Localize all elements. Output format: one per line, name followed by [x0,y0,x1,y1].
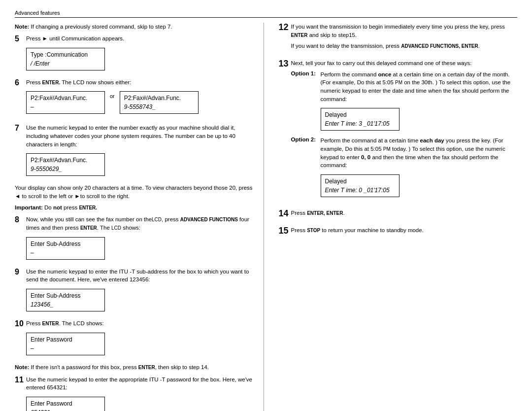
left-column: Note: If changing a previously stored co… [15,23,264,411]
right-column: 12 If you want the transmission to begin… [274,23,518,411]
lcd-opt2-line1: Delayed [325,177,395,186]
step15-num: 15 [279,226,289,238]
step10-num: 10 [15,319,24,357]
lcd4-line1: Enter Sub-Address [31,240,100,248]
step5-num: 5 [15,34,24,72]
lcd3-line1: P2:Fax#/Advan.Func. [31,156,100,165]
step6-text: Press ENTER. The LCD now shows either: [26,78,254,87]
lcd2a: P2:Fax#/Advan.Func. – [26,91,105,114]
step11-num: 11 [15,376,24,411]
option2-label: Option 2: [291,137,318,199]
lcd5-line1: Enter Sub-Address [31,291,100,300]
step9-text: Use the numeric keypad to enter the ITU … [26,268,254,284]
option1-label: Option 1: [291,70,318,133]
step13-text: Next, tell your fax to carry out this de… [291,59,517,68]
step14-num: 14 [279,209,289,220]
option2-row: Option 2: Perform the command at a certa… [291,137,517,199]
step6-num: 6 [15,78,24,118]
note1-label: Note: [15,24,29,30]
lcd7-line1: Enter Password [31,399,100,408]
option1-text: Perform the command once at a certain ti… [321,70,517,103]
lcd4: Enter Sub-Address – [26,237,105,260]
lcd7: Enter Password 654321_ [26,397,105,411]
lcd6-line2: – [31,344,100,353]
lcd1-line2: / /Enter [31,59,100,68]
lcd4-line2: – [31,248,100,257]
lcd2b-line2: 9-5558743_ [124,103,194,111]
note2: Note: If there isn't a password for this… [15,363,254,372]
lcd-type-communication: Type :Communication / /Enter [26,48,105,70]
step8-text: Now, while you still can see the fax num… [26,215,254,232]
lcd-opt1-line1: Delayed [325,110,395,119]
step12-text2: If you want to delay the transmission, p… [291,42,517,50]
lcd2-row: P2:Fax#/Advan.Func. – or P2:Fax#/Advan.F… [26,89,254,116]
step8-num: 8 [15,215,24,261]
lcd7-line2: 654321_ [31,408,100,411]
note1-text: If changing a previously stored command,… [29,24,172,30]
lcd6-line1: Enter Password [31,335,100,344]
lcd-opt2-line2: Enter T ime: 0 _01'17:05 [325,186,395,195]
lcd1-line1: Type :Communication [31,50,100,59]
lcd5: Enter Sub-Address 123456_ [26,289,105,311]
lcd2a-line2: – [31,103,100,111]
lcd2b: P2:Fax#/Advan.Func. 9-5558743_ [120,91,199,114]
step10-text: Press ENTER. The LCD shows: [26,319,254,328]
note1: Note: If changing a previously stored co… [15,23,254,31]
lcd-opt1-line2: Enter T ime: 3 _01'17:05 [325,119,395,128]
important-line: Important: Do not press ENTER. [15,204,254,212]
step5-text: Press ► until Communication appears. [26,34,254,43]
lcd2a-line1: P2:Fax#/Advan.Func. [31,94,100,103]
step13-num: 13 [279,59,289,203]
step11: 11 Use the numeric keypad to enter the a… [15,376,254,411]
option2-text: Perform the command at a certain time ea… [321,137,517,170]
step12: 12 If you want the transmission to begin… [279,23,518,53]
step12-num: 12 [279,23,289,53]
step12-text1: If you want the transmission to begin im… [291,23,517,39]
or-label: or [110,93,115,99]
header-text: Advanced features [15,10,60,16]
step14-text: Press ENTER, ENTER. [291,209,517,217]
step14: 14 Press ENTER, ENTER. [279,209,518,220]
step7: 7 Use the numeric keypad to enter the nu… [15,124,254,178]
option1-row: Option 1: Perform the command once at a … [291,70,517,133]
step15-text: Press STOP to return your machine to sta… [291,226,517,235]
step7-text: Use the numeric keypad to enter the numb… [26,124,254,148]
step15: 15 Press STOP to return your machine to … [279,226,518,238]
step9-num: 9 [15,268,24,313]
lcd3: P2:Fax#/Advan.Func. 9-5550629_ [26,153,105,176]
para1: Your display can show only 20 characters… [15,184,254,200]
lcd-opt1: Delayed Enter T ime: 3 _01'17:05 [321,108,399,131]
step10: 10 Press ENTER. The LCD shows: Enter Pas… [15,319,254,357]
lcd5-line2: 123456_ [31,300,100,309]
important-label: Important: [15,205,43,210]
lcd-opt2: Delayed Enter T ime: 0 _01'17:05 [321,174,399,197]
step11-text: Use the numeric keypad to enter the appr… [26,376,254,392]
step6: 6 Press ENTER. The LCD now shows either:… [15,78,254,118]
page-header: Advanced features [15,10,517,18]
lcd3-line2: 9-5550629_ [31,165,100,173]
step5: 5 Press ► until Communication appears. T… [15,34,254,72]
step13: 13 Next, tell your fax to carry out this… [279,59,518,203]
lcd6: Enter Password – [26,333,105,355]
step7-num: 7 [15,124,24,178]
step9: 9 Use the numeric keypad to enter the IT… [15,268,254,313]
lcd2b-line1: P2:Fax#/Advan.Func. [124,94,194,103]
step8: 8 Now, while you still can see the fax n… [15,215,254,261]
